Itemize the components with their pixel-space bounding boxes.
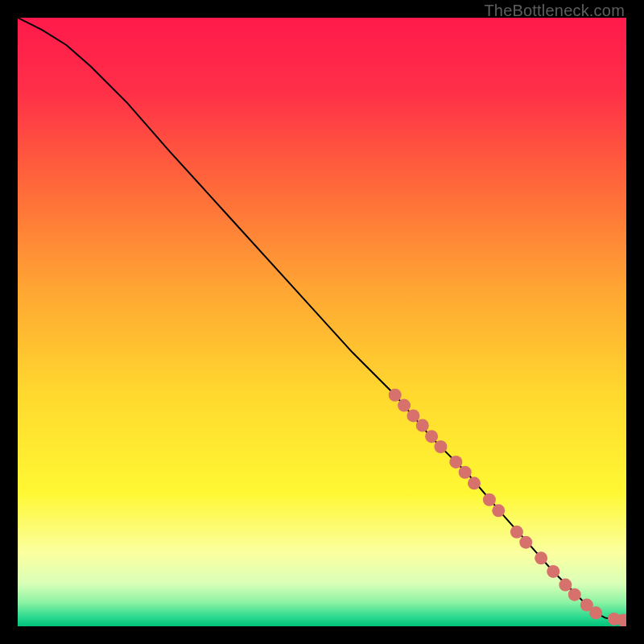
scatter-point xyxy=(559,579,572,592)
scatter-point xyxy=(468,477,481,489)
scatter-point xyxy=(492,504,505,517)
scatter-point xyxy=(519,536,532,549)
scatter-point xyxy=(510,526,523,539)
scatter-point xyxy=(535,551,547,564)
chart-background xyxy=(18,18,626,626)
scatter-point xyxy=(416,419,429,432)
scatter-point xyxy=(547,565,559,578)
plot-area xyxy=(18,18,626,626)
chart-frame: TheBottleneck.com xyxy=(0,0,644,644)
scatter-point xyxy=(434,440,447,453)
scatter-point xyxy=(568,588,581,601)
scatter-point xyxy=(398,399,411,412)
scatter-point xyxy=(589,606,602,619)
scatter-point xyxy=(449,456,462,469)
scatter-point xyxy=(483,493,496,506)
scatter-point xyxy=(425,430,438,443)
scatter-point xyxy=(407,409,419,422)
scatter-point xyxy=(389,389,402,402)
watermark-label: TheBottleneck.com xyxy=(484,2,625,20)
scatter-point xyxy=(459,466,472,479)
chart-svg xyxy=(18,18,626,626)
